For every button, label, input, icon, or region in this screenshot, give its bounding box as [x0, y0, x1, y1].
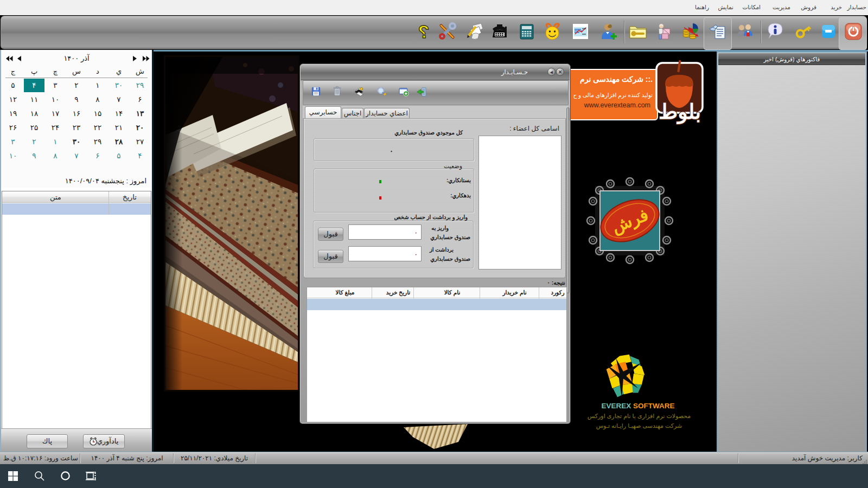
svg-text:EVEREX SOFTWARE: EVEREX SOFTWARE — [601, 402, 674, 410]
svg-text:?: ? — [418, 22, 430, 41]
svg-text:محصولات نرم افزاری با نام تجار: محصولات نرم افزاری با نام تجاری اورکس — [588, 413, 691, 420]
svg-text:شرکت مهندسی صهبـا رایـانه تـوس: شرکت مهندسی صهبـا رایـانه تـوس — [596, 422, 682, 429]
svg-text:بلوط: بلوط — [659, 100, 701, 125]
